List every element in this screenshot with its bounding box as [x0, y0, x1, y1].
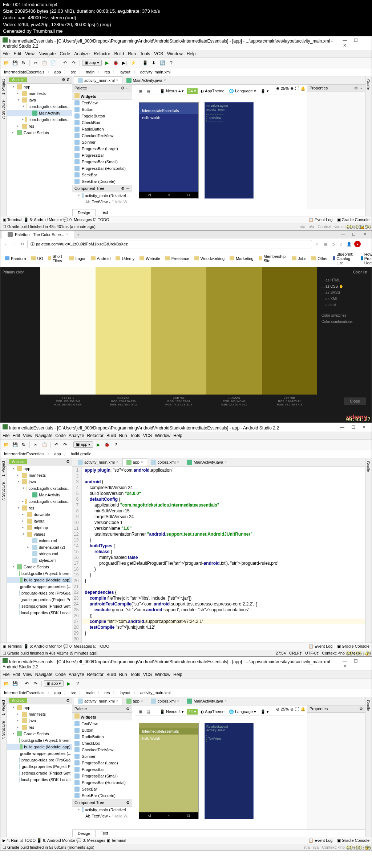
color-swatch[interactable] [262, 267, 317, 395]
profile-icon[interactable]: 👤 [346, 241, 352, 247]
menu-refactor[interactable]: Refactor [94, 51, 110, 56]
code-editor[interactable]: 1234567891011121314151617181920212223242… [72, 467, 365, 643]
menu-analyze[interactable]: Analyze [74, 51, 90, 56]
component-tree-settings-icon[interactable]: ⚙ ← [121, 186, 130, 191]
notification-badge[interactable]: ● [354, 241, 361, 247]
minimize-button[interactable]: — [339, 38, 350, 43]
todo-tool[interactable]: ☑ TODO [93, 217, 109, 222]
palette-item[interactable]: CheckBox [72, 119, 132, 126]
redo-icon[interactable]: ↷ [70, 59, 77, 67]
bookmark-membership[interactable]: Membership Site [256, 253, 289, 264]
bookmark-other[interactable]: Other [309, 256, 330, 261]
palette-item[interactable]: ProgressBar (Large) [72, 145, 132, 152]
tree-package2[interactable]: ▸com.bagoftrickstudios... [7, 116, 72, 123]
language-select[interactable]: 🌐 Language ▾ [227, 88, 258, 94]
save-icon[interactable]: 💾 [11, 59, 19, 67]
sdk-icon[interactable]: ⬇ [150, 59, 157, 67]
palette-item[interactable]: Button [72, 106, 132, 113]
palette-item[interactable]: TextView [72, 720, 132, 727]
gradle-console-tool[interactable]: ▣ Gradle Console [337, 217, 370, 222]
tree-manifests[interactable]: ▸manifests [7, 90, 72, 97]
reload-icon[interactable]: ↻ [19, 241, 25, 247]
text-tab[interactable]: Text [96, 209, 113, 216]
undo-icon[interactable]: ↶ [61, 59, 69, 67]
event-log-tool[interactable]: 📋 Event Log [308, 217, 333, 222]
canvas-viewport-icon[interactable]: ▤ [145, 88, 151, 94]
extension-icon[interactable]: ▤ [322, 241, 328, 247]
export-text[interactable]: ... as text [322, 302, 367, 308]
palette-item[interactable]: Button [72, 727, 132, 733]
extension-icon-2[interactable]: ◇ [330, 241, 336, 247]
palette-item[interactable]: CheckBox [72, 740, 132, 747]
sync-icon[interactable]: 🔄 [159, 59, 166, 67]
palette-item[interactable]: SeekBar (Discrete) [72, 178, 132, 185]
design-canvas[interactable]: ⊞ ▤ | 📱 Nexus 4 ▾ 24 ▾ ◐ AppTheme 🌐 Lang… [132, 85, 307, 209]
palette-item[interactable]: SeekBar [72, 172, 132, 178]
tree-settings-icon[interactable]: ⚙ ⇵ [62, 77, 70, 82]
gradle-tab[interactable]: Gradle [365, 76, 371, 93]
new-tab-button[interactable]: + [74, 231, 82, 238]
menu-code[interactable]: Code [60, 51, 70, 56]
cut-icon[interactable]: ✂ [32, 59, 39, 67]
back-icon[interactable]: ← [3, 241, 9, 247]
menu-vcs[interactable]: VCS [154, 51, 163, 56]
menu-icon[interactable]: ⋮ [363, 241, 369, 247]
palette-item[interactable]: RadioButton [72, 733, 132, 740]
tree-package1[interactable]: ▼com.bagoftrickstudios... [7, 103, 72, 110]
help-icon[interactable]: ? [167, 59, 175, 67]
avd-icon[interactable]: 📱 [141, 59, 149, 67]
color-swatch[interactable] [206, 267, 262, 395]
export-html[interactable]: ... as HTML [322, 277, 367, 283]
orientation-icon[interactable]: 📱 ▾ [259, 88, 270, 94]
bookmark-udemy[interactable]: Udemy [113, 256, 137, 261]
device-select[interactable]: 📱 Nexus 4 ▾ [158, 88, 185, 94]
info-icon[interactable]: ⓘ [31, 241, 35, 247]
bookmark-woodworking[interactable]: Woodworking [192, 256, 227, 261]
color-swatch[interactable] [40, 267, 96, 395]
tree-java[interactable]: ▼java [7, 97, 72, 103]
debug-icon[interactable]: 🐞 [112, 59, 119, 67]
palette-item[interactable]: CheckedTextView [72, 132, 132, 139]
android-view[interactable]: Android [9, 77, 27, 82]
design-view[interactable]: IntermediateEssentials Hello World! ◁○□ [139, 102, 199, 199]
tree-main-activity[interactable]: MainActivity [7, 110, 72, 116]
forward-icon[interactable]: → [11, 241, 17, 247]
bookmark-jobs[interactable]: Jobs [290, 256, 308, 261]
palette-item[interactable]: ProgressBar [72, 766, 132, 773]
color-swatch[interactable] [151, 267, 206, 395]
canvas-grid-icon[interactable]: ⊞ [137, 88, 143, 94]
refresh-icon[interactable]: ↻ [20, 59, 27, 67]
palette-item[interactable]: CheckedTextView [72, 747, 132, 753]
android-monitor-tool[interactable]: 📱 6: Android Monitor [24, 217, 62, 222]
palette-item[interactable]: ProgressBar [72, 152, 132, 159]
copy-icon[interactable]: 📋 [41, 59, 48, 67]
palette-item[interactable]: ProgressBar (Large) [72, 760, 132, 766]
component-textview[interactable]: Ab TextView - "Hello W... [72, 199, 132, 205]
theme-select[interactable]: ◐ AppTheme [199, 88, 226, 94]
menu-window[interactable]: Window [167, 51, 183, 56]
tree-res[interactable]: ▸res [7, 123, 72, 129]
bookmark-promote[interactable]: How I Promote Udem... [359, 251, 372, 266]
component-activity-main[interactable]: ▼activity_main (RelativeL... [72, 192, 132, 199]
export-sass[interactable]: ... as SASS [322, 289, 367, 296]
design-tab[interactable]: Design [72, 209, 96, 216]
blueprint-view[interactable]: RelativeLayoutactivity_main TextView [205, 102, 254, 199]
profile-icon[interactable]: ⚡ [129, 59, 137, 67]
messages-tool[interactable]: 💬 0: Messages [63, 217, 92, 222]
palette-item[interactable]: ProgressBar (Small) [72, 159, 132, 165]
browser-tab[interactable]: Paletton - The Color Sche...× [2, 231, 74, 239]
palette-item[interactable]: Spinner [72, 753, 132, 760]
menu-edit[interactable]: Edit [13, 51, 21, 56]
menu-help[interactable]: Help [187, 51, 196, 56]
palette-item[interactable]: ProgressBar (Horizontal) [72, 165, 132, 172]
close-button[interactable]: ✕ [339, 43, 350, 48]
bookmark-android[interactable]: Android [89, 256, 113, 261]
palette-item[interactable]: ProgressBar (Horizontal) [72, 779, 132, 786]
home-icon[interactable]: ⌂ [338, 241, 344, 247]
run-icon[interactable]: ▶ [103, 59, 110, 67]
url-input[interactable]: ⓘpaletton.com/#uid=11z0u0kiPbM1IxsdGtUro… [27, 240, 312, 248]
palette-item[interactable]: RadioButton [72, 126, 132, 132]
project-tab[interactable]: 1: Project [1, 78, 6, 96]
warning-icon[interactable]: 🔔 [300, 86, 306, 91]
palette-item[interactable]: TextView [72, 100, 132, 106]
